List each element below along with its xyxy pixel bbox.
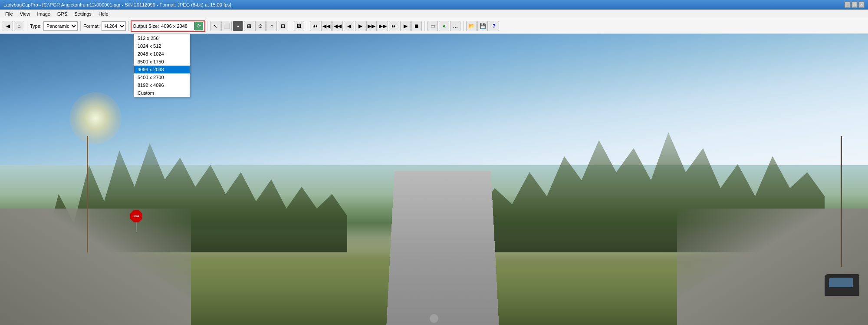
sep-3 <box>128 21 129 31</box>
sky-layer <box>0 34 868 165</box>
format-select[interactable]: H.264 H.265 JPEG PNG <box>102 21 126 31</box>
type-select[interactable]: Panoramic Dome Spherical <box>43 21 78 31</box>
dropdown-item-1024[interactable]: 1024 x 512 <box>134 42 190 50</box>
stop-sign-face: STOP <box>130 210 142 222</box>
refresh-button[interactable]: ⟳ <box>194 22 203 30</box>
main-content: STOP <box>0 34 868 325</box>
dropdown-item-512[interactable]: 512 x 256 <box>134 34 190 42</box>
move-tool[interactable]: ↖ <box>210 21 220 31</box>
navigation-dot <box>430 314 438 323</box>
toolbar: ◀ ⌂ Type: Panoramic Dome Spherical Forma… <box>0 18 868 34</box>
road-left <box>0 209 191 325</box>
go-to-end[interactable]: ⏭ <box>389 21 399 31</box>
road-center <box>386 171 500 325</box>
sep-2 <box>80 21 81 31</box>
utility-pole-left <box>87 136 88 252</box>
dropdown-item-3500[interactable]: 3500 x 1750 <box>134 58 190 66</box>
fast-forward[interactable]: ▶▶ <box>366 21 377 31</box>
home-button[interactable]: ⌂ <box>14 21 24 31</box>
open-folder[interactable]: 📂 <box>466 21 477 31</box>
menu-image[interactable]: Image <box>33 10 54 17</box>
menu-view[interactable]: View <box>16 10 34 17</box>
grid-tool[interactable]: ⊞ <box>244 21 254 31</box>
close-button[interactable]: × <box>858 2 865 8</box>
sep-8 <box>463 21 464 31</box>
sep-6 <box>307 21 307 31</box>
sep-1 <box>27 21 27 31</box>
menu-gps[interactable]: GPS <box>54 10 71 17</box>
rect-select[interactable]: ⬜ <box>221 21 232 31</box>
menu-help[interactable]: Help <box>95 10 112 17</box>
stop-button[interactable]: ⏹ <box>411 21 422 31</box>
dropdown-item-8192[interactable]: 8192 x 4096 <box>134 81 190 89</box>
car-right <box>825 274 859 296</box>
tool-buttons: ↖ ⬜ ▪ ⊞ ⊙ ○ ⊡ <box>209 21 289 31</box>
dropdown-item-4096[interactable]: 4096 x 2048 <box>134 66 190 73</box>
title-bar-buttons: − □ × <box>845 2 865 8</box>
next[interactable]: ▶ <box>355 21 365 31</box>
dot-menu[interactable]: … <box>450 21 460 31</box>
format-label: Format: <box>83 23 100 29</box>
type-label: Type: <box>30 23 42 29</box>
prev-frame[interactable]: ◀◀ <box>321 21 332 31</box>
go-to-start[interactable]: ⏮ <box>310 21 320 31</box>
title-bar-text: LadybugCapPro - [C:\PGR Angletonfrum12-0… <box>3 2 845 7</box>
prev[interactable]: ◀ <box>344 21 354 31</box>
sep-4 <box>207 21 207 31</box>
menu-file[interactable]: File <box>2 10 16 17</box>
extra-buttons: ▭ ● … <box>427 21 461 31</box>
sep-5 <box>291 21 291 31</box>
output-size-dropdown: 512 x 256 1024 x 512 2048 x 1024 3500 x … <box>134 34 190 97</box>
panorama-image: STOP <box>0 34 868 325</box>
nav-buttons-left: ◀ ⌂ <box>2 21 25 31</box>
circle-tool[interactable]: ○ <box>266 21 277 31</box>
sun-glow <box>69 92 122 144</box>
dropdown-item-2048[interactable]: 2048 x 1024 <box>134 50 190 58</box>
help-button[interactable]: ? <box>489 21 499 31</box>
playback-controls: ⏮ ◀◀ ◀◀ ◀ ▶ ▶▶ ▶▶ ⏭ ▶ ⏹ <box>309 21 423 31</box>
stop-sign: STOP <box>130 210 142 232</box>
photo-tool[interactable]: 🖼 <box>294 21 304 31</box>
output-size-label: Output Size: <box>133 23 159 29</box>
dropdown-item-custom[interactable]: Custom <box>134 89 190 97</box>
photo-buttons: 🖼 <box>293 21 305 31</box>
title-bar: LadybugCapPro - [C:\PGR Angletonfrum12-0… <box>0 0 868 10</box>
output-size-input[interactable] <box>160 22 194 30</box>
rewind[interactable]: ◀◀ <box>332 21 343 31</box>
maximize-button[interactable]: □ <box>852 2 858 8</box>
type-group: Type: Panoramic Dome Spherical <box>29 21 79 31</box>
green-dot[interactable]: ● <box>439 21 449 31</box>
utility-pole-right <box>841 136 842 267</box>
file-buttons: 📂 💾 ? <box>465 21 500 31</box>
rect-select2[interactable]: ▭ <box>427 21 438 31</box>
crop-tool[interactable]: ⊡ <box>278 21 288 31</box>
play-button[interactable]: ▶ <box>400 21 411 31</box>
save-button[interactable]: 💾 <box>477 21 488 31</box>
dropdown-item-5400[interactable]: 5400 x 2700 <box>134 73 190 81</box>
fill-tool[interactable]: ▪ <box>233 21 243 31</box>
stop-sign-pole <box>136 222 137 232</box>
road-right <box>677 209 868 325</box>
minimize-button[interactable]: − <box>845 2 851 8</box>
next-frame[interactable]: ▶▶ <box>378 21 388 31</box>
back-button[interactable]: ◀ <box>3 21 13 31</box>
format-group: Format: H.264 H.265 JPEG PNG <box>82 21 127 31</box>
menu-bar: File View Image GPS Settings Help <box>0 10 868 18</box>
sep-7 <box>424 21 425 31</box>
camera-tool[interactable]: ⊙ <box>255 21 266 31</box>
menu-settings[interactable]: Settings <box>71 10 95 17</box>
output-size-group: Output Size: ⟳ <box>131 20 206 32</box>
car-window <box>829 278 853 287</box>
